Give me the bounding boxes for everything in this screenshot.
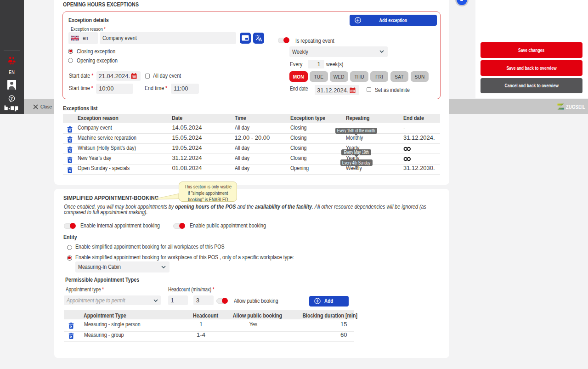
svg-text:?: ? [11, 96, 13, 101]
